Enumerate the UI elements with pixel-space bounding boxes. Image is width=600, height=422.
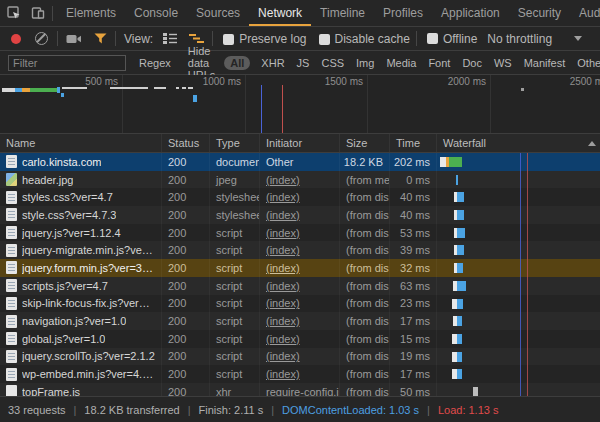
request-name: header.jpg [22, 174, 73, 186]
type-filter-font[interactable]: Font [422, 57, 456, 69]
type-filter-img[interactable]: Img [350, 57, 380, 69]
record-button[interactable] [11, 34, 21, 44]
type-filter-doc[interactable]: Doc [456, 57, 488, 69]
type-filter-xhr[interactable]: XHR [255, 57, 290, 69]
tab-elements[interactable]: Elements [57, 0, 125, 26]
column-header-status[interactable]: Status [162, 134, 210, 152]
request-name: style.css?ver=4.7.3 [22, 209, 116, 221]
overview-request-bar [154, 87, 166, 89]
ruler-gridline [367, 75, 368, 133]
status-cell: 200 [162, 188, 210, 206]
script-file-icon [6, 226, 17, 239]
waterfall-bar-segment [457, 192, 464, 202]
offline-checkbox[interactable] [427, 33, 438, 44]
initiator-cell[interactable]: require-config.js:2 [260, 383, 340, 396]
tab-timeline[interactable]: Timeline [311, 0, 374, 26]
type-filter-other[interactable]: Other [571, 57, 600, 69]
column-header-size[interactable]: Size [340, 134, 390, 152]
request-row[interactable]: global.js?ver=1.0200script(index)(from d… [0, 330, 600, 348]
tab-profiles[interactable]: Profiles [374, 0, 432, 26]
device-toolbar-icon[interactable] [26, 0, 50, 26]
initiator-cell[interactable]: (index) [260, 224, 340, 242]
script-file-icon [6, 261, 17, 274]
request-row[interactable]: jquery-migrate.min.js?ver=1.4.1200script… [0, 241, 600, 259]
request-row[interactable]: styles.css?ver=4.7200stylesheet(index)(f… [0, 188, 600, 206]
tab-security[interactable]: Security [509, 0, 570, 26]
tab-network[interactable]: Network [249, 0, 311, 26]
waterfall-bar-segment [457, 316, 462, 326]
initiator-cell[interactable]: (index) [260, 330, 340, 348]
size-cell: (from dis... [340, 312, 390, 330]
filter-input[interactable] [8, 55, 126, 71]
type-filter-media[interactable]: Media [380, 57, 422, 69]
toolbar-separator [416, 31, 417, 46]
screenshot-camera-icon[interactable] [66, 33, 82, 45]
waterfall-bar-segment [457, 245, 464, 255]
tab-application[interactable]: Application [432, 0, 509, 26]
disable-cache-checkbox[interactable] [319, 34, 330, 45]
column-header-initiator[interactable]: Initiator [260, 134, 340, 152]
initiator-cell[interactable]: (index) [260, 365, 340, 383]
column-header-waterfall[interactable]: Waterfall [437, 134, 600, 152]
column-header-name[interactable]: Name [0, 134, 162, 152]
request-row[interactable]: style.css?ver=4.7.3200stylesheet(index)(… [0, 206, 600, 224]
time-cell: 15 ms [390, 330, 437, 348]
use-large-rows-icon[interactable] [163, 33, 177, 44]
status-cell: 200 [162, 312, 210, 330]
request-name: scripts.js?ver=4.7 [22, 280, 108, 292]
summary-separator: | [271, 404, 274, 416]
inspect-element-icon[interactable] [2, 0, 26, 26]
request-row[interactable]: scripts.js?ver=4.7200script(index)(from … [0, 277, 600, 295]
request-row[interactable]: jquery.scrollTo.js?ver=2.1.2200script(in… [0, 348, 600, 366]
type-cell: script [210, 224, 260, 242]
offline-label[interactable]: Offline [443, 32, 477, 46]
request-row[interactable]: jquery.form.min.js?ver=3.51.0-201...200s… [0, 259, 600, 277]
tab-sources[interactable]: Sources [187, 0, 249, 26]
finish-time: Finish: 2.11 s [199, 404, 264, 416]
type-filter-js[interactable]: JS [291, 57, 316, 69]
request-name: global.js?ver=1.0 [22, 333, 105, 345]
show-overview-icon[interactable] [189, 33, 204, 44]
tab-console[interactable]: Console [125, 0, 187, 26]
time-cell: 50 ms [390, 383, 437, 396]
initiator-cell[interactable]: (index) [260, 259, 340, 277]
request-row[interactable]: topFrame.js200xhrrequire-config.js:2(fro… [0, 383, 600, 396]
network-toolbar: View: Preserve logDisable cache Offline … [0, 27, 600, 51]
preserve-log-label[interactable]: Preserve log [239, 32, 306, 46]
initiator-cell[interactable]: (index) [260, 277, 340, 295]
disable-cache-label[interactable]: Disable cache [335, 32, 410, 46]
initiator-cell[interactable]: (index) [260, 206, 340, 224]
initiator-cell[interactable]: (index) [260, 241, 340, 259]
initiator-cell[interactable]: (index) [260, 348, 340, 366]
request-row[interactable]: navigation.js?ver=1.0200script(index)(fr… [0, 312, 600, 330]
tab-audits[interactable]: Audits [570, 0, 600, 26]
size-cell: (from dis... [340, 348, 390, 366]
request-row[interactable]: wp-embed.min.js?ver=4.7.3200script(index… [0, 365, 600, 383]
type-filter-manifest[interactable]: Manifest [518, 57, 572, 69]
type-filter-all[interactable]: All [224, 56, 250, 70]
initiator-cell[interactable]: (index) [260, 295, 340, 313]
column-header-time[interactable]: Time [390, 134, 437, 152]
request-row[interactable]: carlo.kinsta.com200documentOther18.2 KB2… [0, 153, 600, 171]
throttling-dropdown[interactable]: No throttling [481, 32, 596, 46]
regex-label[interactable]: Regex [139, 57, 171, 69]
request-row[interactable]: skip-link-focus-fix.js?ver=1.0200script(… [0, 295, 600, 313]
clear-button[interactable] [35, 32, 48, 45]
view-label: View: [124, 32, 153, 46]
initiator-cell[interactable]: (index) [260, 171, 340, 189]
request-row[interactable]: header.jpg200jpeg(index)(from me...0 ms [0, 171, 600, 189]
requests-count: 33 requests [8, 404, 65, 416]
request-row[interactable]: jquery.js?ver=1.12.4200script(index)(fro… [0, 224, 600, 242]
filter-funnel-icon[interactable] [94, 33, 107, 44]
size-cell: (from dis... [340, 365, 390, 383]
sort-ascending-icon [588, 141, 596, 146]
initiator-cell[interactable]: (index) [260, 312, 340, 330]
preserve-log-checkbox[interactable] [223, 34, 234, 45]
initiator-cell[interactable]: (index) [260, 188, 340, 206]
request-name: skip-link-focus-fix.js?ver=1.0 [22, 297, 155, 309]
column-header-type[interactable]: Type [210, 134, 260, 152]
ruler-tick-label: 2500 ms [544, 76, 600, 87]
network-overview[interactable]: 500 ms1000 ms1500 ms2000 ms2500 ms [0, 75, 600, 134]
type-filter-ws[interactable]: WS [488, 57, 518, 69]
type-filter-css[interactable]: CSS [315, 57, 350, 69]
